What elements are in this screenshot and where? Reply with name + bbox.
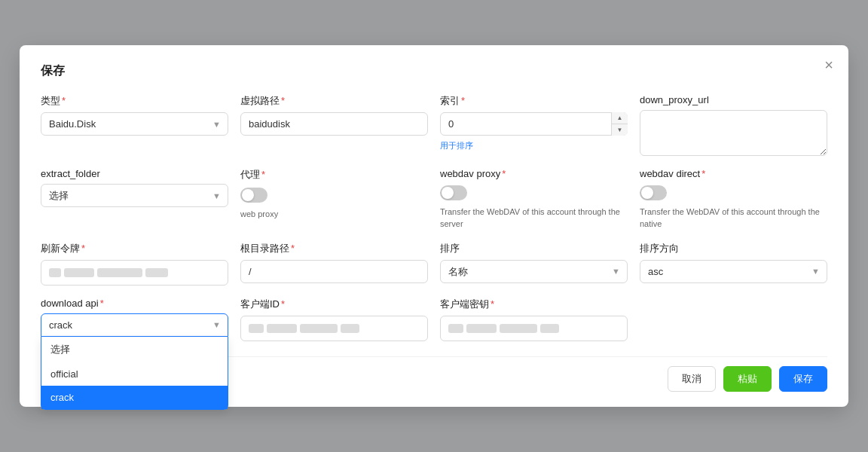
proxy-toggle-wrap: [240, 188, 428, 203]
blur-block: [500, 324, 537, 333]
type-select[interactable]: Baidu.Disk: [41, 112, 228, 136]
sort-select[interactable]: 名称 大小 修改时间: [440, 260, 628, 283]
download-api-dropdown: crack 选择 official ▼ 选择 official crack: [41, 313, 228, 337]
field-client-secret: 客户端密钥*: [440, 298, 628, 341]
blur-block: [249, 324, 264, 333]
field-webdav-direct: webdav direct* Transfer the WebDAV of th…: [640, 168, 827, 230]
field-root-path: 根目录路径*: [240, 242, 428, 286]
index-arrows: ▲ ▼: [611, 112, 628, 136]
dropdown-item-crack[interactable]: crack: [41, 386, 228, 409]
index-hint: 用于排序: [440, 140, 628, 151]
client-id-value[interactable]: [240, 316, 428, 341]
sort-direction-select-wrapper: asc desc ▼: [640, 260, 827, 283]
webdav-direct-desc: Transfer the WebDAV of this account thro…: [640, 206, 827, 230]
field-proxy: 代理* web proxy: [240, 168, 428, 230]
modal: 保存 × 类型* Baidu.Disk ▼ 虚拟路径*: [20, 45, 848, 407]
webdav-proxy-toggle-wrap: [440, 185, 628, 200]
modal-title: 保存: [41, 63, 827, 79]
label-sort-direction: 排序方向: [640, 242, 827, 255]
field-download-api: download api* crack 选择 official ▼ 选择 off…: [41, 298, 228, 341]
label-down-proxy-url: down_proxy_url: [640, 94, 827, 105]
field-virtual-path: 虚拟路径*: [240, 94, 428, 156]
label-refresh-token: 刷新令牌*: [41, 242, 228, 255]
download-api-select[interactable]: crack 选择 official: [41, 313, 228, 337]
extract-folder-select[interactable]: 选择: [41, 184, 228, 207]
field-type: 类型* Baidu.Disk ▼: [41, 94, 228, 156]
index-input[interactable]: [440, 112, 628, 136]
blur-block: [49, 268, 61, 277]
blur-block: [341, 324, 359, 333]
save-button[interactable]: 保存: [779, 366, 827, 392]
field-webdav-proxy: webdav proxy* Transfer the WebDAV of thi…: [440, 168, 628, 230]
download-api-select-wrapper: crack 选择 official ▼: [41, 313, 228, 337]
blur-block: [448, 324, 463, 333]
client-secret-value[interactable]: [440, 316, 628, 341]
root-path-input[interactable]: [240, 260, 428, 283]
sort-direction-select[interactable]: asc desc: [640, 260, 827, 283]
close-button[interactable]: ×: [824, 57, 833, 72]
modal-overlay: 保存 × 类型* Baidu.Disk ▼ 虚拟路径*: [0, 0, 868, 452]
type-select-wrapper: Baidu.Disk ▼: [41, 112, 228, 136]
label-extract-folder: extract_folder: [41, 168, 228, 179]
label-root-path: 根目录路径*: [240, 242, 428, 255]
blur-block: [300, 324, 338, 333]
label-client-secret: 客户端密钥*: [440, 298, 628, 311]
webdav-proxy-toggle[interactable]: [440, 185, 467, 200]
label-webdav-proxy: webdav proxy*: [440, 168, 628, 179]
cancel-button[interactable]: 取消: [668, 366, 716, 392]
label-virtual-path: 虚拟路径*: [240, 94, 428, 108]
label-type: 类型*: [41, 94, 228, 108]
index-up-button[interactable]: ▲: [612, 112, 628, 124]
index-input-wrapper: ▲ ▼: [440, 112, 628, 136]
label-index: 索引*: [440, 94, 628, 108]
download-api-dropdown-menu: 选择 official crack: [41, 337, 228, 410]
field-client-id: 客户端ID*: [240, 298, 428, 341]
blur-block: [64, 268, 94, 277]
refresh-token-value[interactable]: [41, 260, 228, 286]
form-grid: 类型* Baidu.Disk ▼ 虚拟路径* 索引*: [41, 94, 827, 341]
proxy-toggle[interactable]: [240, 188, 267, 203]
proxy-desc: web proxy: [240, 209, 428, 220]
label-sort: 排序: [440, 242, 628, 255]
field-sort: 排序 名称 大小 修改时间 ▼: [440, 242, 628, 286]
sort-select-wrapper: 名称 大小 修改时间 ▼: [440, 260, 628, 283]
label-download-api: download api*: [41, 298, 228, 309]
field-index: 索引* ▲ ▼ 用于排序: [440, 94, 628, 156]
field-refresh-token: 刷新令牌*: [41, 242, 228, 286]
dropdown-item-choose[interactable]: 选择: [41, 337, 228, 362]
webdav-direct-toggle-wrap: [640, 185, 827, 200]
field-down-proxy-url: down_proxy_url: [640, 94, 827, 156]
webdav-proxy-desc: Transfer the WebDAV of this account thro…: [440, 206, 628, 230]
index-down-button[interactable]: ▼: [612, 124, 628, 136]
blur-block: [145, 268, 168, 277]
field-sort-direction: 排序方向 asc desc ▼: [640, 242, 827, 286]
webdav-direct-toggle[interactable]: [640, 185, 667, 200]
down-proxy-url-textarea[interactable]: [640, 110, 827, 156]
paste-button[interactable]: 粘贴: [723, 366, 772, 392]
blur-block: [97, 268, 142, 277]
virtual-path-input[interactable]: [240, 112, 428, 136]
blur-block: [267, 324, 297, 333]
label-proxy: 代理*: [240, 168, 428, 182]
dropdown-item-official[interactable]: official: [41, 362, 228, 386]
label-webdav-direct: webdav direct*: [640, 168, 827, 179]
field-extract-folder: extract_folder 选择 ▼: [41, 168, 228, 230]
blur-block: [466, 324, 497, 333]
extract-folder-select-wrapper: 选择 ▼: [41, 184, 228, 207]
label-client-id: 客户端ID*: [240, 298, 428, 311]
blur-block: [540, 324, 559, 333]
